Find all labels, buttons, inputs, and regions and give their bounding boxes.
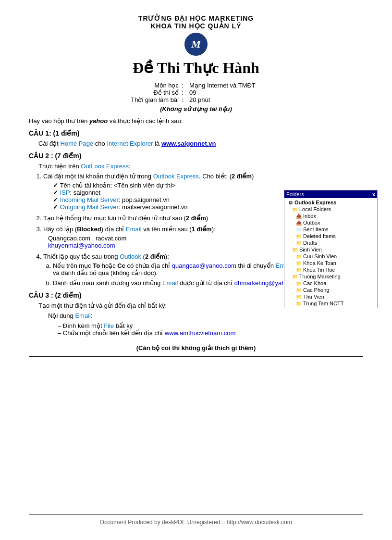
folder-titlebar: Folders x bbox=[284, 190, 377, 198]
folder-outbox[interactable]: 📤 Outbox bbox=[284, 219, 377, 226]
folder-label-outlook: Outlook Express bbox=[294, 200, 336, 205]
folder-label-thuvien: Thu Vien bbox=[303, 294, 324, 300]
cac-phong-icon: 📁 bbox=[296, 288, 302, 293]
page: TRƯỜNG ĐẠI HỌC MARKETING KHOA TIN HỌC QU… bbox=[0, 0, 392, 540]
folder-label-local: Local Folders bbox=[299, 206, 331, 212]
outlook-express-ref: OutLook Express bbox=[81, 163, 129, 170]
check-item-1: Tên chủ tài khoản: <Tên sinh viên dự thi… bbox=[53, 182, 363, 189]
amthuc-link[interactable]: www.amthucvietnam.com bbox=[165, 329, 235, 337]
khuyenmai-link[interactable]: khuyenmai@yahoo.com bbox=[48, 242, 115, 249]
folder-panel: Folders x 🖥 Outlook Express 📁 Local Fold… bbox=[284, 190, 378, 308]
truong-marketing-icon: 📁 bbox=[292, 274, 298, 279]
folder-label-cacphong: Cac Phong bbox=[303, 287, 329, 293]
folder-cuu-sinh-vien[interactable]: 📁 Cuu Sinh Vien bbox=[284, 253, 377, 260]
outlook-ref2: Outlook bbox=[120, 253, 141, 260]
folder-label-inbox: Inbox bbox=[303, 213, 316, 219]
folder-panel-title: Folders bbox=[286, 191, 304, 197]
header: TRƯỜNG ĐẠI HỌC MARKETING KHOA TIN HỌC QU… bbox=[29, 14, 363, 77]
folder-sinh-vien[interactable]: 📁 Sinh Vien bbox=[284, 246, 377, 253]
folder-drafts[interactable]: 📁 Drafts bbox=[284, 239, 377, 246]
folder-trung-tam-nctt[interactable]: 📁 Trung Tam NCTT bbox=[284, 300, 377, 307]
folder-label-truongmarketing: Truong Marketing bbox=[299, 274, 341, 279]
logo-circle: M bbox=[184, 33, 208, 56]
folder-content: 🖥 Outlook Express 📁 Local Folders 📥 Inbo… bbox=[284, 198, 377, 308]
inbox-icon: 📥 bbox=[296, 213, 302, 219]
folder-deleted-items[interactable]: 📁 Deleted Items bbox=[284, 233, 377, 239]
folder-cac-khoa[interactable]: 📁 Cac Khoa bbox=[284, 280, 377, 287]
homepage-link-text: Home Page bbox=[61, 140, 94, 147]
folder-thu-vien[interactable]: 📁 Thu Vien bbox=[284, 293, 377, 300]
cau1-body: Cài đặt Home Page cho Internet Explorer … bbox=[29, 140, 363, 147]
logo-m-icon: M bbox=[191, 38, 201, 50]
drafts-icon: 📁 bbox=[296, 240, 302, 246]
cau3-noidung: Nội dung Email: bbox=[29, 312, 363, 319]
folder-khoa-tin-hoc[interactable]: 📁 Khoa Tin Hoc bbox=[284, 266, 377, 273]
mon-hoc-value: Mạng Internet và TMĐT bbox=[189, 82, 273, 89]
folder-khoa-ke-toan[interactable]: 📁 Khoa Ke Toan bbox=[284, 260, 377, 266]
sinh-vien-icon: 📁 bbox=[292, 247, 298, 252]
isp-label: ISP bbox=[60, 189, 70, 196]
cau3-item1: Đính kèm một File bất kỳ bbox=[58, 322, 363, 329]
folder-cac-phong[interactable]: 📁 Cac Phong bbox=[284, 287, 377, 293]
cuu-sinh-vien-icon: 📁 bbox=[296, 254, 302, 259]
cac-khoa-icon: 📁 bbox=[296, 281, 302, 286]
folder-truong-marketing[interactable]: 📁 Truong Marketing bbox=[284, 273, 377, 280]
folder-label-sinhvien: Sinh Vien bbox=[299, 247, 322, 252]
incoming-label: Incoming Mail Server bbox=[60, 196, 119, 203]
info-row-thoigian: Thời gian làm bài : 20 phút bbox=[119, 96, 273, 103]
folder-close-button[interactable]: x bbox=[372, 191, 375, 197]
cau2-subtitle: Thực hiện trên OutLook Express: bbox=[29, 163, 363, 170]
cau1-title: CÂU 1: (1 điểm) bbox=[29, 129, 363, 137]
de-thi-label: Đề thi số bbox=[119, 89, 182, 96]
cau3-list: Đính kèm một File bất kỳ Chứa một chuỗi … bbox=[29, 322, 363, 337]
folder-label-outbox: Outbox bbox=[303, 220, 320, 226]
info-row-dethi: Đề thi số : 09 bbox=[119, 89, 273, 96]
folder-label-deleted: Deleted Items bbox=[303, 233, 336, 239]
cau3-item2: Chứa một chuỗi liên kết đến địa chỉ www.… bbox=[58, 329, 363, 337]
folder-label-trungtamnctt: Trung Tam NCTT bbox=[303, 301, 343, 306]
big-title: Đề Thi Thực Hành bbox=[29, 59, 363, 77]
folder-label-drafts: Drafts bbox=[303, 240, 317, 246]
bottom-hr bbox=[29, 356, 363, 357]
folder-label-khoatinhoc: Khoa Tin Hoc bbox=[303, 267, 335, 273]
header-title1: TRƯỜNG ĐẠI HỌC MARKETING bbox=[29, 14, 363, 22]
quangcao-link[interactable]: quangcao@yahoo.com bbox=[172, 262, 236, 269]
folder-label-khoaketoan: Khoa Ke Toan bbox=[303, 260, 336, 266]
header-title2: KHOA TIN HỌC QUẢN LÝ bbox=[29, 22, 363, 30]
thoi-gian-label: Thời gian làm bài bbox=[119, 96, 182, 103]
folder-outlook-express[interactable]: 🖥 Outlook Express bbox=[284, 199, 377, 206]
logo-container: M bbox=[29, 33, 363, 56]
thoi-gian-value: 20 phút bbox=[189, 96, 273, 103]
folder-sent-items[interactable]: 📨 Sent Items bbox=[284, 226, 377, 233]
footer-text: Document Produced by deskPDF Unregistere… bbox=[100, 519, 292, 526]
info-table: Môn học : Mạng Internet và TMĐT Đề thi s… bbox=[29, 82, 363, 103]
no-docs: (Không sử dụng tài liệu) bbox=[29, 105, 363, 113]
email-ref4: Email bbox=[75, 312, 91, 319]
mon-hoc-label: Môn học bbox=[119, 82, 182, 89]
file-ref: File bbox=[104, 322, 114, 329]
folder-inbox[interactable]: 📥 Inbox bbox=[284, 213, 377, 219]
folder-label-cackhoa: Cac Khoa bbox=[303, 280, 326, 286]
outlook-ref1: Outlook Express bbox=[153, 173, 199, 180]
email-ref3: Email bbox=[162, 279, 178, 287]
local-folders-icon: 📁 bbox=[292, 207, 298, 212]
sent-items-icon: 📨 bbox=[296, 227, 302, 232]
folder-label-cuusinhvien: Cuu Sinh Vien bbox=[303, 253, 337, 259]
outgoing-label: Outgoing Mail Server bbox=[60, 203, 119, 211]
trung-tam-nctt-icon: 📁 bbox=[296, 301, 302, 306]
footer: Document Produced by deskPDF Unregistere… bbox=[29, 515, 363, 526]
ie-link-text: Internet Explorer bbox=[107, 140, 153, 147]
saigonnet-link[interactable]: www.saigonnet.vn bbox=[161, 140, 216, 147]
de-thi-value: 09 bbox=[189, 89, 273, 96]
bottom-note: (Cán bộ coi thi không giải thích gì thêm… bbox=[29, 344, 363, 352]
email-ref1: Email bbox=[126, 226, 142, 233]
info-row-monhoc: Môn học : Mạng Internet và TMĐT bbox=[119, 82, 273, 89]
outlook-express-icon: 🖥 bbox=[288, 200, 293, 205]
outbox-icon: 📤 bbox=[296, 220, 302, 226]
intro-text: Hãy vào hộp thư trên yahoo và thực hiện … bbox=[29, 117, 363, 125]
cau2-title: CÂU 2 : (7 điểm) bbox=[29, 152, 363, 160]
deleted-items-icon: 📁 bbox=[296, 234, 302, 239]
khoa-ke-toan-icon: 📁 bbox=[296, 261, 302, 266]
thu-vien-icon: 📁 bbox=[296, 294, 302, 300]
folder-local-folders[interactable]: 📁 Local Folders bbox=[284, 206, 377, 213]
